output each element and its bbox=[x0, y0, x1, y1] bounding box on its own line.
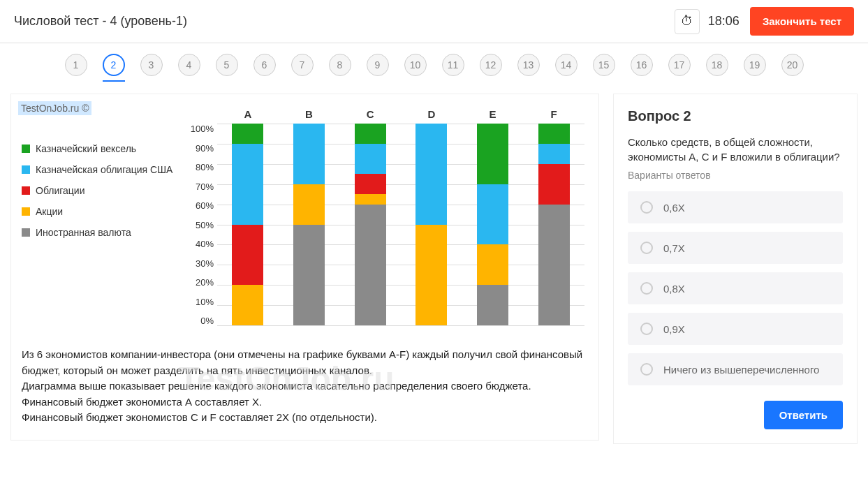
answer-option-3[interactable]: 0,9X bbox=[628, 313, 843, 345]
qnav-item-11[interactable]: 11 bbox=[442, 54, 464, 76]
chart: ABCDEF 100%90%80%70%60%50%40%30%20%10%0% bbox=[182, 108, 584, 326]
legend-swatch bbox=[22, 186, 30, 195]
legend-item: Иностранная валюта bbox=[22, 227, 182, 238]
y-tick: 60% bbox=[182, 200, 214, 211]
description: Из 6 экономистов компании-инвестора (они… bbox=[22, 347, 584, 426]
legend-item: Акции bbox=[22, 206, 182, 217]
chart-y-axis: 100%90%80%70%60%50%40%30%20%10%0% bbox=[182, 124, 217, 326]
bar-segment bbox=[232, 124, 263, 144]
test-title: Числовой тест - 4 (уровень-1) bbox=[14, 14, 675, 29]
y-tick: 30% bbox=[182, 258, 214, 269]
bar-segment bbox=[355, 124, 386, 144]
chart-legend: Казначейский вексельКазначейская облигац… bbox=[22, 108, 182, 326]
y-tick: 70% bbox=[182, 182, 214, 192]
qnav-item-2[interactable]: 2 bbox=[103, 54, 125, 76]
qnav-item-17[interactable]: 17 bbox=[668, 54, 691, 76]
bar-column-F bbox=[523, 124, 584, 325]
desc-p1: Из 6 экономистов компании-инвестора (они… bbox=[22, 347, 584, 378]
qnav-item-1[interactable]: 1 bbox=[65, 54, 87, 76]
qnav-item-8[interactable]: 8 bbox=[329, 54, 351, 76]
qnav-item-19[interactable]: 19 bbox=[744, 54, 766, 76]
bar bbox=[538, 124, 570, 325]
bar-column-B bbox=[279, 124, 340, 325]
qnav-item-6[interactable]: 6 bbox=[253, 54, 276, 76]
radio-icon bbox=[640, 242, 653, 254]
legend-label: Облигации bbox=[36, 185, 85, 196]
chart-x-labels: ABCDEF bbox=[217, 108, 584, 120]
y-tick: 100% bbox=[182, 124, 214, 134]
qnav-item-20[interactable]: 20 bbox=[781, 54, 804, 76]
answer-option-4[interactable]: Ничего из вышеперечисленного bbox=[628, 353, 843, 385]
x-label: B bbox=[279, 108, 340, 120]
legend-item: Казначейская облигация США bbox=[22, 164, 182, 175]
option-label: Ничего из вышеперечисленного bbox=[663, 364, 819, 376]
bar-segment bbox=[477, 124, 508, 184]
bar-segment bbox=[355, 144, 386, 174]
timer: ⏱ 18:06 bbox=[675, 9, 740, 34]
qnav-item-4[interactable]: 4 bbox=[178, 54, 200, 76]
question-text: Сколько средств, в общей сложности, экон… bbox=[628, 135, 843, 164]
bar-segment bbox=[477, 285, 508, 325]
bar-segment bbox=[477, 184, 508, 245]
desc-p3: Финансовый бюджет экономиста А составляе… bbox=[22, 394, 584, 410]
legend-swatch bbox=[22, 228, 30, 237]
stopwatch-icon: ⏱ bbox=[675, 9, 700, 34]
qnav-item-13[interactable]: 13 bbox=[517, 54, 540, 76]
qnav-item-5[interactable]: 5 bbox=[216, 54, 238, 76]
y-tick: 20% bbox=[182, 277, 214, 288]
legend-swatch bbox=[22, 207, 30, 216]
qnav-item-14[interactable]: 14 bbox=[555, 54, 578, 76]
radio-icon bbox=[640, 363, 653, 376]
answer-button[interactable]: Ответить bbox=[764, 401, 843, 429]
desc-p2: Диаграмма выше показывает решение каждог… bbox=[22, 378, 584, 394]
qnav-item-3[interactable]: 3 bbox=[140, 54, 163, 76]
bar bbox=[477, 124, 508, 325]
x-label: D bbox=[401, 108, 462, 120]
qnav-item-7[interactable]: 7 bbox=[291, 54, 314, 76]
option-label: 0,8X bbox=[663, 283, 685, 295]
qnav-item-15[interactable]: 15 bbox=[593, 54, 615, 76]
bar-segment bbox=[415, 225, 447, 326]
qnav-item-12[interactable]: 12 bbox=[480, 54, 502, 76]
bar-column-A bbox=[217, 124, 279, 325]
bar-segment bbox=[355, 194, 386, 204]
bar-segment bbox=[293, 225, 325, 326]
chart-bars bbox=[217, 124, 584, 326]
qnav-item-10[interactable]: 10 bbox=[404, 54, 427, 76]
bar-segment bbox=[415, 124, 447, 225]
bar-segment bbox=[232, 225, 263, 286]
question-title: Вопрос 2 bbox=[628, 108, 843, 124]
option-label: 0,7X bbox=[663, 242, 685, 254]
bar-segment bbox=[232, 285, 263, 325]
header: Числовой тест - 4 (уровень-1) ⏱ 18:06 За… bbox=[0, 0, 868, 43]
bar-segment bbox=[538, 164, 570, 205]
question-panel: Вопрос 2 Сколько средств, в общей сложно… bbox=[613, 94, 858, 444]
answer-option-2[interactable]: 0,8X bbox=[628, 272, 843, 304]
chart-panel: TestOnJob.ru © Казначейский вексельКазна… bbox=[10, 94, 599, 441]
answer-option-1[interactable]: 0,7X bbox=[628, 232, 843, 264]
watermark: TestOnJob.ru © bbox=[18, 101, 91, 115]
end-test-button[interactable]: Закончить тест bbox=[750, 7, 854, 36]
chart-wrap: Казначейский вексельКазначейская облигац… bbox=[22, 108, 584, 326]
radio-icon bbox=[640, 323, 653, 335]
qnav-item-9[interactable]: 9 bbox=[367, 54, 389, 76]
y-tick: 80% bbox=[182, 162, 214, 172]
options-list: 0,6X0,7X0,8X0,9XНичего из вышеперечислен… bbox=[628, 191, 843, 385]
qnav-item-18[interactable]: 18 bbox=[706, 54, 728, 76]
bar-segment bbox=[538, 144, 570, 164]
option-label: 0,9X bbox=[663, 323, 685, 335]
x-label: C bbox=[339, 108, 401, 120]
option-label: 0,6X bbox=[663, 202, 685, 214]
radio-icon bbox=[640, 201, 653, 214]
bar bbox=[232, 124, 263, 325]
x-label: E bbox=[462, 108, 524, 120]
bar bbox=[293, 124, 325, 325]
question-subtitle: Варианты ответов bbox=[628, 170, 843, 181]
bar-column-D bbox=[401, 124, 462, 325]
qnav-item-16[interactable]: 16 bbox=[631, 54, 653, 76]
bar-column-C bbox=[339, 124, 401, 325]
x-label: F bbox=[523, 108, 584, 120]
answer-option-0[interactable]: 0,6X bbox=[628, 191, 843, 223]
legend-label: Казначейская облигация США bbox=[36, 164, 172, 175]
chart-plot: 100%90%80%70%60%50%40%30%20%10%0% bbox=[182, 124, 584, 326]
